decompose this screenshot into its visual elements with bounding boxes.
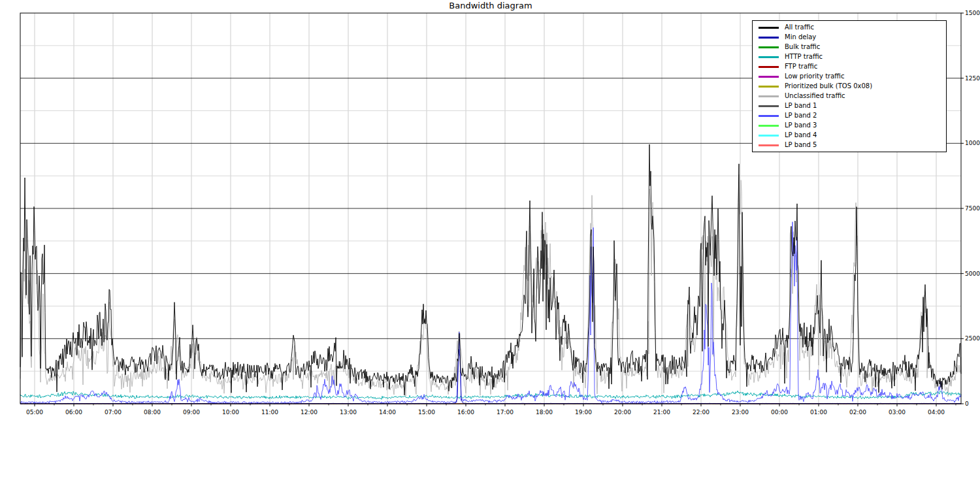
legend-item: Min delay [753, 33, 946, 42]
legend-swatch [759, 105, 779, 107]
legend-label: HTTP traffic [785, 52, 823, 61]
legend-label: LP band 5 [785, 140, 817, 150]
legend-label: Bulk traffic [785, 42, 820, 52]
x-tick-label: 20:00 [614, 409, 631, 416]
y-tick-label: 125000 [965, 75, 980, 82]
y-tick-label: 150000 [965, 10, 980, 16]
x-tick-label: 03:00 [889, 409, 906, 416]
x-tick-label: 21:00 [653, 409, 670, 416]
x-tick-label: 00:00 [771, 409, 788, 416]
x-tick-label: 11:00 [261, 409, 278, 416]
legend-box: All trafficMin delayBulk trafficHTTP tra… [752, 20, 947, 152]
x-tick-label: 05:00 [26, 409, 43, 416]
x-tick-label: 22:00 [693, 409, 710, 416]
legend-swatch [759, 135, 779, 137]
x-tick-label: 09:00 [183, 409, 200, 416]
x-tick-label: 23:00 [732, 409, 749, 416]
legend-label: Unclassified traffic [785, 91, 845, 101]
bandwidth-chart-page: Bandwidth diagram 05:0006:0007:0008:0009… [0, 0, 980, 490]
legend-item: HTTP traffic [753, 52, 946, 61]
x-tick-label: 18:00 [536, 409, 553, 416]
legend-item: LP band 2 [753, 111, 946, 120]
x-tick-label: 16:00 [457, 409, 474, 416]
y-tick-label: 50000 [965, 270, 980, 277]
x-tick-label: 19:00 [575, 409, 592, 416]
legend-item: LP band 3 [753, 121, 946, 130]
x-tick-label: 10:00 [222, 409, 239, 416]
legend-item: LP band 1 [753, 101, 946, 110]
legend-swatch [759, 56, 779, 58]
legend-item: Low priority traffic [753, 72, 946, 81]
legend-swatch [759, 86, 779, 88]
legend-swatch [759, 46, 779, 48]
x-tick-label: 12:00 [301, 409, 318, 416]
y-tick-label: 75000 [965, 205, 980, 212]
y-tick-label: 100000 [965, 140, 980, 146]
x-tick-label: 15:00 [418, 409, 435, 416]
legend-item: LP band 5 [753, 140, 946, 150]
legend-swatch [759, 115, 779, 117]
legend-label: All traffic [785, 23, 814, 32]
legend-swatch [759, 144, 779, 146]
series-unclassified-traffic [20, 174, 961, 397]
legend-label: Prioritized bulk (TOS 0x08) [785, 82, 872, 91]
legend-swatch [759, 66, 779, 68]
x-tick-label: 13:00 [340, 409, 357, 416]
x-tick-label: 01:00 [810, 409, 827, 416]
x-tick-label: 02:00 [849, 409, 866, 416]
legend-label: FTP traffic [785, 62, 817, 71]
y-tick-label: 0 [965, 400, 969, 407]
legend-item: FTP traffic [753, 62, 946, 71]
x-tick-label: 04:00 [928, 409, 945, 416]
x-tick-label: 17:00 [497, 409, 514, 416]
legend-swatch [759, 27, 779, 29]
legend-swatch [759, 37, 779, 39]
x-tick-label: 08:00 [144, 409, 161, 416]
legend-swatch [759, 95, 779, 97]
x-tick-label: 07:00 [105, 409, 122, 416]
series-all-traffic [20, 144, 961, 395]
legend-item: LP band 4 [753, 131, 946, 140]
x-tick-label: 14:00 [379, 409, 396, 416]
legend-swatch [759, 125, 779, 127]
legend-label: LP band 4 [785, 131, 817, 140]
legend-label: LP band 2 [785, 111, 817, 120]
legend-item: Unclassified traffic [753, 91, 946, 101]
legend-label: Min delay [785, 33, 816, 42]
x-tick-label: 06:00 [65, 409, 82, 416]
legend-swatch [759, 76, 779, 78]
legend-label: Low priority traffic [785, 72, 844, 81]
legend-item: Bulk traffic [753, 42, 946, 52]
legend-item: Prioritized bulk (TOS 0x08) [753, 82, 946, 91]
legend-label: LP band 3 [785, 121, 817, 130]
legend-label: LP band 1 [785, 101, 817, 110]
legend-item: All traffic [753, 23, 946, 32]
y-tick-label: 25000 [965, 335, 980, 342]
